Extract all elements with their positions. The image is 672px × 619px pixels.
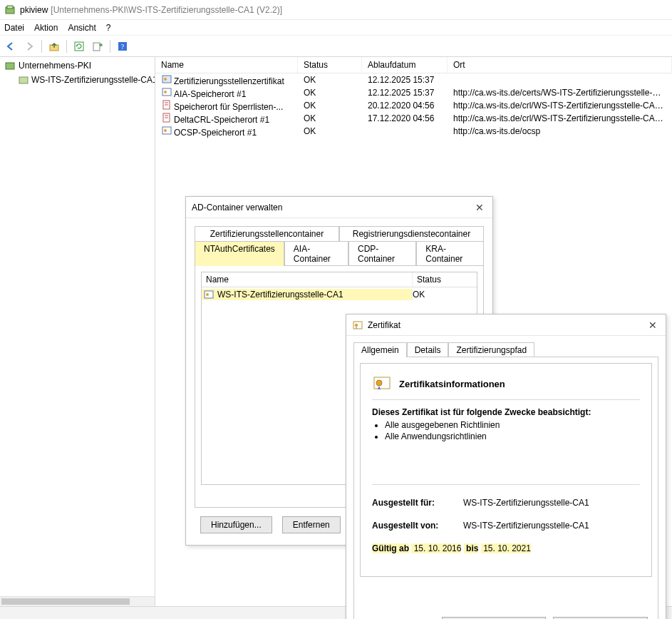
- close-icon[interactable]: ✕: [646, 319, 660, 331]
- pki-root-icon: [4, 60, 16, 71]
- svg-point-22: [206, 293, 209, 296]
- menubar: Datei Aktion Ansicht ?: [0, 20, 672, 36]
- issued-by-value: WS-ITS-Zertifizierungsstelle-CA1: [463, 521, 640, 531]
- issued-by-label: Ausgestellt von:: [372, 521, 463, 531]
- col-expiry[interactable]: Ablaufdatum: [362, 57, 448, 73]
- ocsp-item-icon: [161, 125, 172, 136]
- window-subtitle: [Unternehmens-PKI\WS-ITS-Zertifizierungs…: [51, 5, 282, 15]
- inner-col-name[interactable]: Name: [202, 272, 413, 287]
- window-title: pkiview: [20, 5, 48, 15]
- ad-top-tabs: Zertifizierungsstellencontainer Registri…: [195, 225, 484, 240]
- tree-child[interactable]: WS-ITS-Zertifizierungsstelle-CA1: [0, 73, 155, 87]
- cert-heading: Zertifikatsinformationen: [399, 379, 505, 389]
- validity-line: Gültig ab 15. 10. 2016 bis 15. 10. 2021: [372, 543, 640, 553]
- tree-root-label: Unternehmens-PKI: [19, 61, 91, 71]
- svg-point-20: [164, 129, 167, 132]
- svg-rect-1: [7, 6, 13, 9]
- inner-col-status[interactable]: Status: [413, 272, 477, 287]
- tab-zsc[interactable]: Zertifizierungsstellencontainer: [195, 226, 339, 241]
- tree-scrollbar[interactable]: [0, 596, 155, 606]
- close-icon[interactable]: ✕: [472, 202, 487, 213]
- svg-rect-4: [93, 43, 100, 51]
- issued-to-value: WS-ITS-Zertifizierungsstelle-CA1: [463, 498, 640, 508]
- nav-back-icon[interactable]: [3, 39, 19, 54]
- tree-root[interactable]: Unternehmens-PKI: [0, 58, 155, 73]
- tab-kra[interactable]: KRA-Container: [416, 241, 484, 266]
- svg-point-10: [164, 78, 167, 81]
- menu-view[interactable]: Ansicht: [68, 23, 95, 33]
- app-icon: [4, 4, 16, 16]
- tab-certpath[interactable]: Zertifizierungspfad: [448, 342, 534, 357]
- certificate-large-icon: [372, 374, 392, 394]
- menu-help[interactable]: ?: [106, 23, 111, 33]
- cert-dialog-title: Zertifikat: [368, 320, 400, 330]
- nav-forward-icon[interactable]: [21, 39, 37, 54]
- tab-general[interactable]: Allgemein: [353, 342, 407, 357]
- tab-cdp[interactable]: CDP-Container: [348, 241, 416, 266]
- svg-point-12: [164, 91, 167, 93]
- list-row[interactable]: OCSP-Speicherort #1 OK http://ca.ws-its.…: [155, 125, 672, 138]
- tab-details[interactable]: Details: [407, 342, 449, 357]
- cert-purposes: Alle ausgegebenen Richtlinien Alle Anwen…: [385, 420, 640, 441]
- svg-text:?: ?: [121, 43, 125, 51]
- issued-to-label: Ausgestellt für:: [372, 498, 463, 508]
- ad-bottom-tabs: NTAuthCertificates AIA-Container CDP-Con…: [195, 240, 484, 265]
- ad-dialog-titlebar: AD-Container verwalten ✕: [186, 197, 492, 218]
- refresh-icon[interactable]: [71, 39, 87, 54]
- add-button[interactable]: Hinzufügen...: [200, 516, 272, 533]
- cert-item-icon: [203, 289, 214, 300]
- window-titlebar: pkiview [Unternehmens-PKI\WS-ITS-Zertifi…: [0, 0, 672, 20]
- ad-dialog-title: AD-Container verwalten: [192, 203, 282, 213]
- toolbar: ?: [0, 36, 672, 57]
- svg-point-26: [376, 380, 382, 386]
- svg-point-24: [355, 323, 358, 326]
- cert-purpose-label: Dieses Zertifikat ist für folgende Zweck…: [372, 407, 640, 417]
- cert-tabs: Allgemein Details Zertifizierungspfad: [353, 342, 658, 357]
- inner-list-row[interactable]: WS-ITS-Zertifizierungsstelle-CA1 OK: [202, 287, 477, 302]
- tree-pane: Unternehmens-PKI WS-ITS-Zertifizierungss…: [0, 57, 155, 606]
- tree-child-label: WS-ITS-Zertifizierungsstelle-CA1: [31, 75, 155, 85]
- export-icon[interactable]: [90, 39, 105, 54]
- help-icon[interactable]: ?: [115, 39, 130, 54]
- main-area: Unternehmens-PKI WS-ITS-Zertifizierungss…: [0, 57, 672, 606]
- tab-reg[interactable]: Registrierungsdienstecontainer: [339, 226, 484, 241]
- certificate-dialog: Zertifikat ✕ Allgemein Details Zertifizi…: [346, 314, 666, 619]
- menu-action[interactable]: Aktion: [34, 23, 58, 33]
- ca-node-icon: [19, 74, 29, 86]
- certificate-icon: [352, 319, 363, 331]
- up-folder-icon[interactable]: [46, 39, 62, 54]
- col-status[interactable]: Status: [298, 57, 362, 73]
- svg-rect-8: [19, 77, 28, 83]
- cert-panel: Zertifikatsinformationen Dieses Zertifik…: [353, 357, 658, 619]
- cert-dialog-titlebar: Zertifikat ✕: [346, 314, 666, 336]
- menu-file[interactable]: Datei: [4, 23, 24, 33]
- svg-rect-7: [6, 63, 14, 69]
- tab-aia[interactable]: AIA-Container: [284, 241, 348, 266]
- remove-button[interactable]: Entfernen: [282, 516, 341, 533]
- col-location[interactable]: Ort: [448, 57, 672, 73]
- tab-ntauth[interactable]: NTAuthCertificates: [195, 241, 284, 266]
